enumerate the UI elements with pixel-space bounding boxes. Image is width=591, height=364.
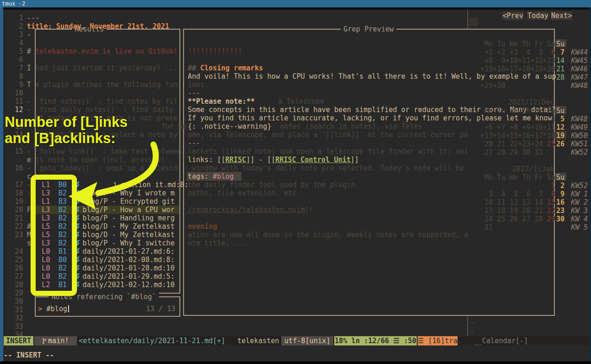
text-fragment: notes (search in notes), via Teles xyxy=(280,122,422,131)
text-fragment: - xyxy=(27,106,31,114)
line-number: 13 xyxy=(4,122,23,131)
result-item[interactable]: L0 B2 daily/2021-01-29.md:5: xyxy=(36,272,179,281)
line-number: 24 xyxy=(4,247,23,256)
text-fragment: i mention it.md:8: xyxy=(113,181,189,189)
text-fragment: rackets (linked note) and open a Telesco… xyxy=(188,147,468,156)
prompt-input[interactable]: #blog xyxy=(46,305,67,313)
text-fragment: ame, via Telescope, and place a `[[link]… xyxy=(188,131,468,139)
line-number: 11 xyxy=(4,97,23,106)
links-count: L0 xyxy=(42,247,50,256)
result-item[interactable]: L3 B2 blog/P - Handling merg xyxy=(36,214,179,222)
calendar-cell: Mo Tu We Th Fr xyxy=(480,173,543,182)
text-fragment: had just started it yesterday! ... xyxy=(35,64,178,72)
calendar-cell: KW50 xyxy=(571,132,588,140)
links-count: L3 xyxy=(42,214,50,222)
calendar-cell: 2021/12(Dec xyxy=(508,98,554,107)
result-item[interactable]: L5 B2 blog/D - My Zettelkast xyxy=(36,222,179,231)
calendar-cell: Sa xyxy=(543,173,555,182)
result-item[interactable]: L3 B2 blog/P - Why I wrote m xyxy=(36,189,179,197)
text-cursor xyxy=(68,305,69,312)
calendar-cell: KW 4 xyxy=(571,215,588,223)
prompt-caret: > xyxy=(38,305,42,313)
text-fragment: s xyxy=(27,239,31,247)
calendar-cell: 24 25 26 27 28 xyxy=(480,215,543,223)
calendar-cell: +6 +7 +8 +9+10 xyxy=(480,123,543,132)
calendar-cell: 28 xyxy=(556,73,565,82)
calendar-cell: +11 xyxy=(543,123,555,132)
calendar-cell: 29 xyxy=(543,215,555,223)
calendar-cell: Mo Tu We Th Fr xyxy=(480,40,543,48)
result-item[interactable]: L2 B1 daily/2021-02-12.md:10 xyxy=(36,281,179,289)
calendar-cell: 30 xyxy=(556,215,565,223)
line-number: 27 xyxy=(4,272,23,281)
text-fragment: T xyxy=(27,81,31,89)
text-fragment: title: Sunday, November 21st, 2021 xyxy=(27,22,169,31)
calendar-cell: 14 xyxy=(556,56,565,65)
text-fragment: the daily finder tool used by the plugin xyxy=(188,181,355,189)
command-line-mode: -- INSERT -- xyxy=(4,351,54,360)
calendar-cell: KW52 xyxy=(571,148,588,157)
calendar-cell: Su xyxy=(556,173,565,182)
calendar-cell: KW46 xyxy=(571,65,588,73)
text-fragment: ## xyxy=(188,64,196,72)
result-item[interactable]: L0 B0 daily/2021-02-08.md:8: xyxy=(36,256,179,264)
calendar-cell: 27 28 29 30 31 xyxy=(480,148,543,157)
result-item[interactable]: L3 B2 blog/P - Why I switche xyxy=(36,239,179,247)
calendar-cell: +8 9+10+11+12 xyxy=(480,56,543,65)
calendar-cell: 25 xyxy=(543,140,555,148)
calendar-cell: *18 xyxy=(543,132,555,140)
calendar-nav-button[interactable]: Today xyxy=(527,12,549,20)
calendar-cell: 17 18 19 20 21 xyxy=(480,207,543,215)
backlinks-count: B2 xyxy=(58,189,67,197)
text-fragment: ts note to open (incl. preview) xyxy=(35,156,165,164)
text-fragment: M xyxy=(27,231,31,239)
backlinks-count: B2 xyxy=(58,272,67,281)
line-number: 4 xyxy=(4,39,23,47)
calendar-cell: +20 xyxy=(543,65,555,73)
text-fragment: #blog xyxy=(213,172,234,181)
calendar-cell: KW45 xyxy=(571,56,588,65)
text-fragment: /renerocksai/telekasten.nvim xyxy=(188,206,305,214)
calendar-cell: KW52 xyxy=(571,182,588,190)
text-fragment: `find_notes()` : find notes by fil xyxy=(35,97,178,106)
calendar-cell xyxy=(469,18,478,26)
text-fragment: window with today's daily note pre-selec… xyxy=(188,164,464,172)
result-item[interactable]: L0 B1 daily/2021-01-27.md:6: xyxy=(36,247,179,256)
tmux-title: tmux -2 xyxy=(2,0,25,7)
result-item[interactable]: L3 B2 blog/P - How a CPU wor xyxy=(36,206,179,214)
result-text: daily/2021-02-12.md:10 xyxy=(83,281,178,289)
calendar-cell: Su xyxy=(556,40,565,48)
result-item[interactable]: L1 B3 blog/P - Encrypted git xyxy=(36,197,179,206)
text-fragment: --- xyxy=(188,139,200,147)
line-number: 28 xyxy=(4,281,23,289)
result-item[interactable]: L0 B2 daily/2021-01-28.md:10 xyxy=(36,264,179,272)
calendar-nav-button[interactable]: <Prev xyxy=(502,12,524,20)
branch-icon xyxy=(42,338,46,344)
text-fragment: telekasten.nvim is live on GitHub! xyxy=(35,47,178,56)
text-fragment: - xyxy=(27,31,31,39)
text-fragment: I xyxy=(27,64,31,72)
backlinks-count: B1 xyxy=(58,281,67,289)
line-number: 10 xyxy=(4,89,23,97)
text-fragment: # xyxy=(27,47,31,56)
calendar-cell: Sa xyxy=(543,107,555,115)
line-number: 9 xyxy=(4,81,23,89)
text-fragment: ation are now all done in the plugin. We… xyxy=(188,231,468,239)
result-item[interactable]: L5 B2 blog/D - My Zettelkast xyxy=(36,231,179,239)
backlinks-count: B0 xyxy=(58,181,67,189)
links-count: L0 xyxy=(42,272,50,281)
line-number: 20 xyxy=(4,206,23,214)
text-fragment: - xyxy=(27,97,31,106)
line-number: 6 xyxy=(4,56,23,64)
line-number: 25 xyxy=(4,256,23,264)
line-number: 30 xyxy=(4,297,23,306)
text-fragment: --- xyxy=(27,14,39,22)
text-fragment: )! xyxy=(305,206,313,214)
line-number: 5 xyxy=(4,47,23,56)
links-count: L5 xyxy=(42,231,50,239)
line-number: 29 xyxy=(4,289,23,297)
calendar-cell: 6 xyxy=(543,48,555,56)
calendar-nav-button[interactable]: Next> xyxy=(551,12,572,20)
calendar-cell: 23 xyxy=(556,207,565,215)
line-number: 22 xyxy=(4,222,23,231)
